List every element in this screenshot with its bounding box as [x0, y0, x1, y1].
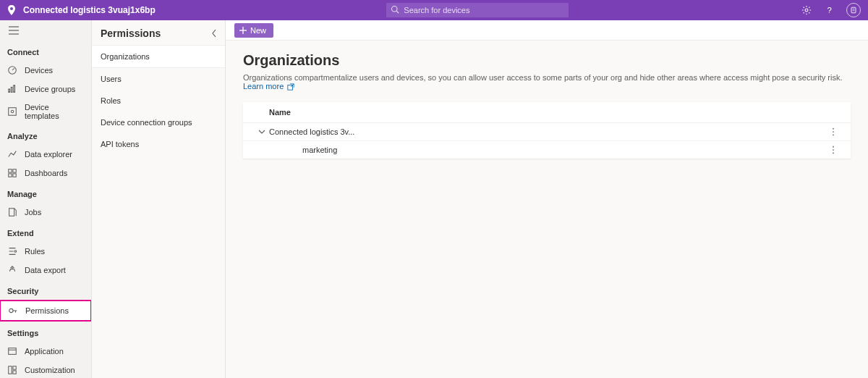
svg-point-34	[833, 128, 834, 130]
page-description: Organizations compartmentalize users and…	[243, 73, 851, 91]
table-row[interactable]: Connected logistics 3v...	[243, 123, 851, 141]
svg-point-23	[9, 308, 13, 312]
dashboard-icon	[7, 168, 17, 178]
svg-rect-21	[9, 209, 14, 217]
chevron-down-icon[interactable]	[256, 128, 268, 135]
nav-group-label: Security	[0, 280, 91, 300]
nav-item-label: Jobs	[25, 208, 41, 217]
app-title: Connected logistics 3vuaj1x6bp	[23, 5, 156, 15]
svg-rect-12	[9, 89, 10, 92]
nav-item-device-templates[interactable]: Device templates	[0, 98, 91, 125]
svg-point-35	[833, 131, 834, 133]
rules-icon	[7, 246, 17, 256]
panel-title: Permissions	[101, 28, 161, 39]
line-chart-icon	[7, 149, 17, 159]
panel-item-users[interactable]: Users	[92, 68, 225, 90]
table-row[interactable]: marketing	[243, 141, 851, 159]
plus-icon	[239, 26, 247, 35]
key-icon	[8, 306, 18, 316]
svg-rect-13	[11, 87, 12, 92]
organizations-table: Name Connected logistics 3v...marketing	[243, 102, 851, 159]
svg-point-37	[833, 146, 834, 148]
table-header: Name	[243, 102, 851, 123]
panel-item-organizations[interactable]: Organizations	[92, 45, 225, 68]
nav-item-label: Dashboards	[25, 169, 67, 177]
template-icon	[7, 106, 17, 117]
svg-point-38	[833, 149, 834, 151]
learn-more-link[interactable]: Learn more	[243, 82, 294, 91]
row-name: Connected logistics 3v...	[268, 127, 829, 136]
panel-item-api-tokens[interactable]: API tokens	[92, 133, 225, 155]
panel-header: Permissions	[92, 20, 225, 45]
svg-rect-28	[9, 366, 12, 374]
svg-point-39	[833, 153, 834, 154]
svg-rect-14	[14, 85, 15, 93]
nav-group-label: Analyze	[0, 125, 91, 145]
export-icon	[7, 265, 17, 275]
nav-item-label: Rules	[25, 247, 45, 256]
svg-rect-18	[13, 169, 16, 172]
svg-rect-20	[13, 174, 16, 177]
panel-item-roles[interactable]: Roles	[92, 90, 225, 112]
nav-item-label: Device groups	[25, 85, 75, 93]
svg-rect-26	[9, 348, 17, 355]
svg-text:?: ?	[827, 6, 832, 14]
page-body: Organizations Organizations compartmenta…	[226, 41, 868, 170]
external-link-icon	[287, 83, 294, 91]
svg-rect-17	[9, 169, 12, 172]
primary-nav: ConnectDevicesDevice groupsDevice templa…	[0, 20, 92, 378]
svg-rect-30	[13, 371, 16, 374]
user-avatar[interactable]	[846, 3, 861, 17]
secondary-panel: Permissions OrganizationsUsersRolesDevic…	[92, 20, 226, 378]
app-icon	[7, 346, 17, 356]
nav-item-application[interactable]: Application	[0, 342, 91, 361]
nav-item-label: Application	[25, 347, 64, 356]
settings-icon[interactable]	[800, 4, 813, 17]
svg-point-0	[392, 7, 398, 12]
barchart-icon	[7, 84, 17, 94]
svg-line-11	[12, 68, 14, 70]
command-bar: New	[226, 20, 868, 41]
jobs-icon	[7, 207, 17, 217]
collapse-icon[interactable]	[210, 29, 218, 38]
nav-item-data-export[interactable]: Data export	[0, 261, 91, 280]
nav-item-customization[interactable]: Customization	[0, 361, 91, 378]
more-icon[interactable]	[829, 146, 842, 154]
nav-item-rules[interactable]: Rules	[0, 242, 91, 261]
nav-item-label: Data explorer	[25, 150, 72, 159]
new-button-label: New	[250, 26, 266, 35]
search-wrap	[386, 3, 569, 17]
nav-item-data-explorer[interactable]: Data explorer	[0, 145, 91, 164]
header-actions: ?	[800, 3, 861, 17]
svg-rect-15	[9, 108, 17, 116]
help-icon[interactable]: ?	[823, 4, 836, 17]
nav-item-label: Devices	[25, 66, 53, 75]
nav-group-label: Extend	[0, 222, 91, 242]
location-icon	[7, 5, 16, 15]
shell: ConnectDevicesDevice groupsDevice templa…	[0, 20, 868, 378]
svg-rect-29	[13, 366, 16, 369]
custom-icon	[7, 365, 17, 375]
more-icon[interactable]	[829, 127, 842, 136]
nav-item-label: Data export	[25, 266, 66, 274]
global-header: Connected logistics 3vuaj1x6bp ?	[0, 0, 868, 20]
svg-point-22	[14, 251, 17, 253]
page-title: Organizations	[243, 52, 851, 69]
nav-item-permissions[interactable]: Permissions	[0, 300, 92, 322]
panel-item-device-connection-groups[interactable]: Device connection groups	[92, 112, 225, 133]
hamburger-icon[interactable]	[0, 20, 91, 41]
svg-line-1	[397, 11, 399, 13]
nav-item-dashboards[interactable]: Dashboards	[0, 164, 91, 182]
nav-item-jobs[interactable]: Jobs	[0, 203, 91, 222]
nav-item-device-groups[interactable]: Device groups	[0, 80, 91, 98]
new-button[interactable]: New	[234, 23, 273, 38]
nav-group-label: Connect	[0, 41, 91, 61]
nav-item-label: Permissions	[25, 306, 69, 315]
svg-rect-19	[9, 174, 12, 177]
nav-item-devices[interactable]: Devices	[0, 61, 91, 80]
search-input[interactable]	[386, 3, 569, 17]
svg-rect-4	[851, 7, 856, 13]
svg-point-16	[11, 110, 14, 113]
nav-item-label: Device templates	[25, 103, 84, 120]
svg-point-2	[805, 9, 808, 12]
